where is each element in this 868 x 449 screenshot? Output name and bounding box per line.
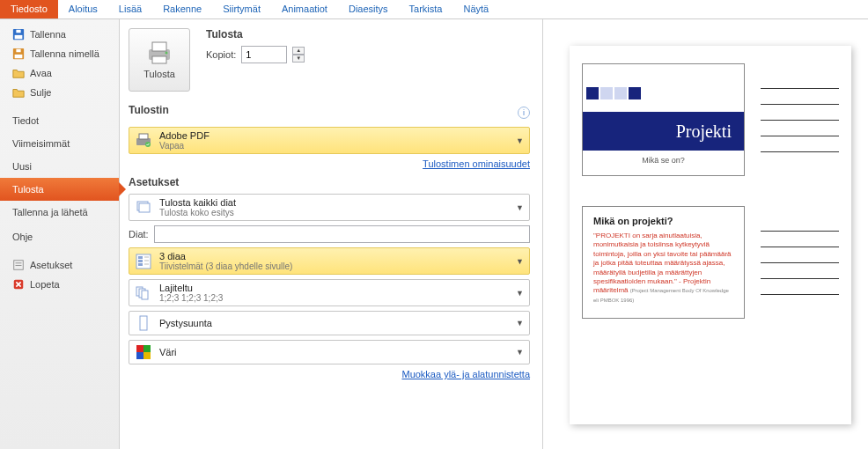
layout-title: 3 diaa xyxy=(159,251,509,261)
nav-label: Lopeta xyxy=(30,279,60,290)
nav-viimeisimmat[interactable]: Viimeisimmät xyxy=(0,132,119,155)
svg-rect-21 xyxy=(138,260,143,262)
printer-heading: Tulostin xyxy=(129,104,169,116)
svg-rect-2 xyxy=(16,30,20,33)
nav-label: Tallenna ja lähetä xyxy=(12,207,88,219)
handout-3-icon xyxy=(135,253,152,270)
open-icon xyxy=(12,67,25,79)
orientation-dropdown[interactable]: Pystysuunta ▼ xyxy=(129,311,530,335)
copies-input[interactable] xyxy=(241,46,287,63)
edit-header-footer-link[interactable]: Muokkaa ylä- ja alatunnistetta xyxy=(401,369,530,379)
nav-tulosta[interactable]: Tulosta xyxy=(0,178,119,201)
handout-page: Projekti Mikä se on? Mikä on projekti? "… xyxy=(570,46,851,424)
info-icon[interactable]: i xyxy=(518,107,530,119)
slides-range-label: Diat: xyxy=(129,229,149,239)
nav-tiedot[interactable]: Tiedot xyxy=(0,109,119,132)
nav-label: Uusi xyxy=(12,161,32,172)
printer-icon xyxy=(145,40,173,65)
svg-rect-20 xyxy=(138,256,143,259)
print-panel: Tulosta Tulosta Kopiot: ▲▼ Tulostin i Ad… xyxy=(120,19,542,449)
slide2-title: Mikä on projekti? xyxy=(593,216,733,226)
nav-label: Ohje xyxy=(12,232,33,242)
tab-tiedosto[interactable]: Tiedosto xyxy=(0,0,58,18)
tab-nayta[interactable]: Näytä xyxy=(452,0,499,18)
tab-rakenne[interactable]: Rakenne xyxy=(152,0,212,18)
nav-lopeta[interactable]: Lopeta xyxy=(0,275,119,294)
portrait-icon xyxy=(135,314,152,332)
nav-ohje[interactable]: Ohje xyxy=(0,225,119,248)
svg-rect-1 xyxy=(15,35,23,39)
backstage-nav: Tallenna Tallenna nimellä Avaa Sulje Tie… xyxy=(0,19,120,449)
svg-rect-28 xyxy=(142,291,148,299)
note-lines xyxy=(761,231,839,295)
printer-status: Vapaa xyxy=(159,141,509,151)
slide1-sub: Mikä se on? xyxy=(583,151,744,170)
svg-rect-8 xyxy=(16,265,22,266)
collate-dropdown[interactable]: Lajiteltu 1;2;3 1;2;3 1;2;3 ▼ xyxy=(129,279,530,306)
svg-rect-11 xyxy=(152,42,166,51)
slide-thumb-2: Mikä on projekti? "PROJEKTI on sarja ain… xyxy=(582,206,745,319)
svg-rect-5 xyxy=(16,49,20,53)
tab-animaatiot[interactable]: Animaatiot xyxy=(271,0,338,18)
nav-sulje[interactable]: Sulje xyxy=(0,83,119,102)
handout-row: Projekti Mikä se on? xyxy=(582,63,839,176)
nav-label: Asetukset xyxy=(30,260,72,270)
tab-diaesitys[interactable]: Diaesitys xyxy=(338,0,399,18)
svg-rect-33 xyxy=(143,352,151,359)
nav-uusi[interactable]: Uusi xyxy=(0,155,119,178)
nav-label: Viimeisimmät xyxy=(12,138,70,149)
printer-status-icon xyxy=(135,132,152,150)
chevron-down-icon: ▼ xyxy=(516,203,524,212)
nav-tallenna[interactable]: Tallenna xyxy=(0,25,119,44)
tab-lisaa[interactable]: Lisää xyxy=(108,0,152,18)
layout-dropdown[interactable]: 3 diaa Tiivistelmät (3 diaa yhdelle sivu… xyxy=(129,247,530,275)
save-icon xyxy=(12,28,25,40)
print-what-sub: Tulosta koko esitys xyxy=(159,208,509,217)
color-dropdown[interactable]: Väri ▼ xyxy=(129,340,530,364)
orientation-title: Pystysuunta xyxy=(159,318,509,328)
tab-siirtymat[interactable]: Siirtymät xyxy=(212,0,271,18)
print-what-dropdown[interactable]: Tulosta kaikki diat Tulosta koko esitys … xyxy=(129,194,530,221)
printer-name: Adobe PDF xyxy=(159,130,509,141)
chevron-down-icon: ▼ xyxy=(516,257,524,266)
nav-label: Sulje xyxy=(30,87,51,98)
slides-stack-icon xyxy=(135,199,152,217)
print-button[interactable]: Tulosta xyxy=(129,28,190,92)
layout-sub: Tiivistelmät (3 diaa yhdelle sivulle) xyxy=(159,261,509,271)
slide-thumb-1: Projekti Mikä se on? xyxy=(582,63,745,176)
nav-tallenna-ja-laheta[interactable]: Tallenna ja lähetä xyxy=(0,201,119,225)
svg-rect-7 xyxy=(16,262,22,263)
color-title: Väri xyxy=(159,347,509,357)
options-icon xyxy=(12,259,25,271)
slides-range-input[interactable] xyxy=(154,225,530,243)
print-button-label: Tulosta xyxy=(143,69,175,79)
tab-tarkista[interactable]: Tarkista xyxy=(399,0,453,18)
slide1-title: Projekti xyxy=(583,112,744,151)
nav-asetukset[interactable]: Asetukset xyxy=(0,255,119,275)
note-lines xyxy=(761,88,839,152)
printer-dropdown[interactable]: Adobe PDF Vapaa ▼ xyxy=(129,127,530,154)
handout-row: Mikä on projekti? "PROJEKTI on sarja ain… xyxy=(582,206,839,319)
close-doc-icon xyxy=(12,86,25,99)
nav-label: Avaa xyxy=(30,68,52,78)
svg-rect-15 xyxy=(139,134,148,139)
nav-tallenna-nimella[interactable]: Tallenna nimellä xyxy=(0,44,119,63)
save-as-icon xyxy=(12,48,25,60)
svg-rect-4 xyxy=(15,55,23,58)
svg-rect-12 xyxy=(152,56,166,63)
svg-rect-18 xyxy=(139,203,150,212)
settings-heading: Asetukset xyxy=(129,176,530,188)
chevron-down-icon: ▼ xyxy=(516,289,524,298)
svg-rect-22 xyxy=(138,263,143,266)
print-preview: Projekti Mikä se on? Mikä on projekti? "… xyxy=(542,19,868,449)
tab-aloitus[interactable]: Aloitus xyxy=(58,0,108,18)
printer-properties-link[interactable]: Tulostimen ominaisuudet xyxy=(423,158,530,169)
svg-rect-29 xyxy=(140,316,147,330)
slide2-body: "PROJEKTI on sarja ainutlaatuisia, monim… xyxy=(593,232,732,294)
copies-spinner[interactable]: ▲▼ xyxy=(292,47,305,63)
svg-point-13 xyxy=(166,52,168,55)
svg-rect-30 xyxy=(136,345,143,352)
nav-avaa[interactable]: Avaa xyxy=(0,63,119,83)
svg-rect-32 xyxy=(136,352,143,359)
collate-sub: 1;2;3 1;2;3 1;2;3 xyxy=(159,293,509,303)
